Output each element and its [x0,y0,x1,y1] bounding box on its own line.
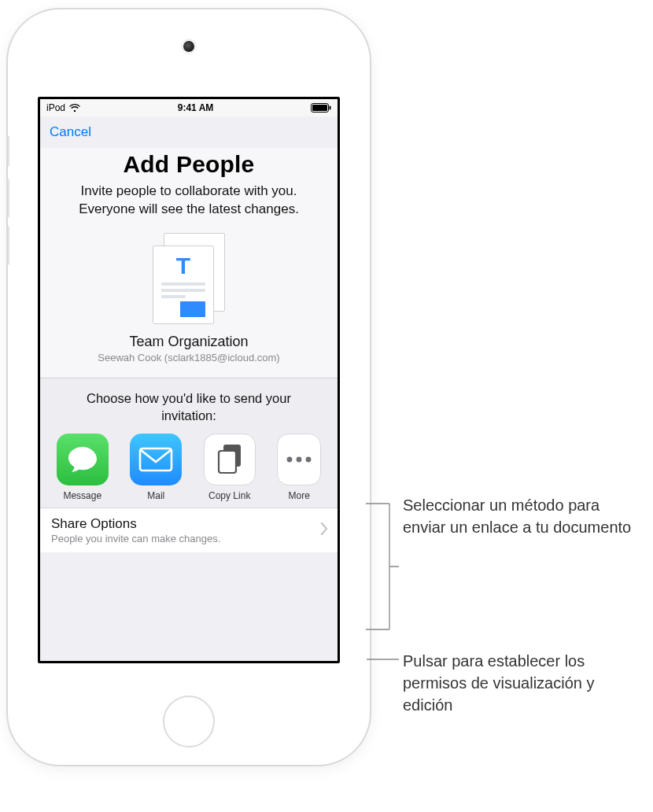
callout-permissions: Pulsar para establecer los permisos de v… [403,650,647,716]
callout-send-method: Seleccionar un método para enviar un enl… [403,494,647,538]
